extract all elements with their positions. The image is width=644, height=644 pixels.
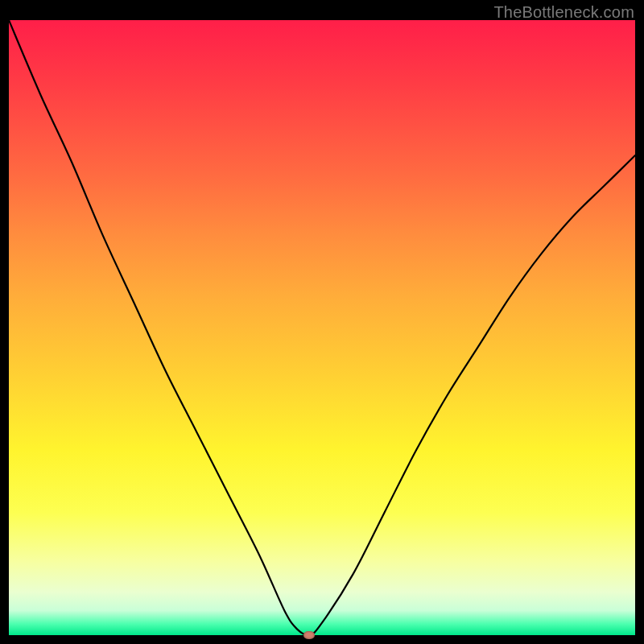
bottleneck-curve bbox=[9, 20, 635, 635]
chart-area bbox=[9, 20, 635, 635]
watermark-text: TheBottleneck.com bbox=[493, 3, 634, 22]
optimal-point-marker bbox=[303, 631, 315, 639]
